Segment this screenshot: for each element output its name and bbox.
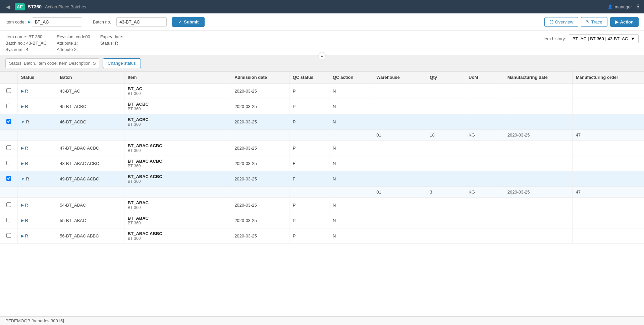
row-checkbox[interactable] (6, 218, 11, 222)
row-warehouse (373, 114, 426, 130)
user-name: manager (615, 4, 632, 9)
expand-icon[interactable]: ▶ (21, 146, 24, 150)
batch-no-input[interactable] (116, 17, 167, 26)
row-mfg-date (504, 228, 572, 244)
row-warehouse (373, 83, 426, 99)
detail-qc-action (329, 130, 373, 141)
row-mfg-order (572, 228, 644, 244)
row-item-name: BT_ABAC ACBC (128, 159, 227, 164)
detail-mfg-order: 47 (572, 130, 644, 141)
row-checkbox[interactable] (6, 88, 11, 93)
batch-no-value: 43-BT_AC (26, 41, 47, 46)
row-batch: 54-BT_ABAC (56, 198, 124, 213)
detail-qty: 3 (426, 187, 465, 198)
row-batch: 47-BT_ABAC ACBC (56, 141, 124, 156)
row-mfg-order (572, 156, 644, 171)
expand-icon[interactable]: ▶ (21, 104, 24, 109)
row-checkbox-cell[interactable] (0, 198, 17, 213)
back-button[interactable]: ◀ (4, 3, 12, 11)
expand-icon[interactable]: ▶ (21, 203, 24, 207)
submit-button[interactable]: ✓ Submit (172, 17, 205, 27)
trace-button[interactable]: ↻ Trace (581, 17, 607, 27)
row-status: R (25, 161, 28, 166)
row-checkbox-cell[interactable] (0, 114, 17, 130)
row-checkbox-cell[interactable] (0, 83, 17, 99)
history-dropdown[interactable]: BT_AC | BT 360 | 43-BT_AC ▼ (569, 34, 639, 43)
row-checkbox[interactable] (6, 104, 11, 108)
row-status: R (25, 203, 28, 208)
attribute1-label: Attribute 1: (57, 41, 78, 46)
row-qc-status: F (289, 156, 329, 171)
expand-icon[interactable]: ▶ (21, 218, 24, 223)
row-item-sub: BT 360 (128, 221, 227, 225)
item-name-row: Item name: BT 360 (5, 34, 47, 39)
row-checkbox-cell[interactable] (0, 213, 17, 228)
row-checkbox-cell[interactable] (0, 141, 17, 156)
sys-num-value: 4 (26, 47, 28, 52)
row-checkbox-cell[interactable] (0, 156, 17, 171)
toolbar: Item code: ▶ Batch no.: ✓ Submit ☷ Overv… (0, 13, 644, 31)
row-checkbox[interactable] (6, 202, 11, 207)
status-row: Status: R (100, 41, 142, 46)
row-status-cell: ▶ R (17, 99, 56, 114)
row-batch: 43-BT_AC (56, 83, 124, 99)
infobar-col-3: Expiry date: ------------ Status: R (100, 34, 142, 52)
row-item-name: BT_ABAC (128, 200, 227, 205)
row-item: BT_AC BT 360 (124, 83, 231, 99)
row-checkbox-cell[interactable] (0, 99, 17, 114)
row-item: BT_ACBC BT 360 (124, 99, 231, 114)
detail-item (124, 187, 231, 198)
row-admission-date: 2020-03-25 (231, 156, 289, 171)
submit-check-icon: ✓ (178, 19, 182, 24)
row-checkbox-cell[interactable] (0, 171, 17, 187)
collapse-icon[interactable]: ▼ (21, 177, 25, 181)
user-menu[interactable]: 👤 manager (607, 4, 632, 9)
detail-mfg-date: 2020-03-25 (504, 187, 572, 198)
expand-icon[interactable]: ▶ (21, 234, 24, 238)
row-checkbox-cell[interactable] (0, 228, 17, 244)
grid-icon[interactable]: ⠿ (636, 4, 640, 10)
table-row: ▶ R 47-BT_ABAC ACBC BT_ABAC ACBC BT 360 … (0, 141, 644, 156)
row-qc-status: P (289, 213, 329, 228)
filter-input[interactable] (5, 58, 99, 68)
row-item-name: BT_AC (128, 86, 227, 91)
row-checkbox[interactable] (6, 145, 11, 150)
detail-mfg-date: 2020-03-25 (504, 130, 572, 141)
action-button[interactable]: ▶ Action (610, 17, 639, 27)
row-checkbox[interactable] (6, 233, 11, 238)
row-qc-action: N (329, 213, 373, 228)
row-status: R (25, 146, 28, 151)
row-mfg-order (572, 83, 644, 99)
detail-batch (56, 130, 124, 141)
row-warehouse (373, 171, 426, 187)
row-checkbox[interactable] (6, 176, 11, 181)
item-code-input[interactable] (32, 17, 82, 26)
detail-status (17, 187, 56, 198)
infobar-col-2: Revision: code00 Attribute 1: Attribute … (57, 34, 90, 52)
row-status: R (25, 218, 28, 223)
attribute2-label: Attribute 2: (57, 47, 78, 52)
row-status-cell: ▶ R (17, 198, 56, 213)
collapse-icon[interactable]: ▼ (21, 120, 25, 124)
row-mfg-order (572, 198, 644, 213)
row-admission-date: 2020-03-25 (231, 99, 289, 114)
row-checkbox[interactable] (6, 161, 11, 165)
detail-date (231, 130, 289, 141)
col-mfg-date: Manufacturing date (504, 72, 572, 83)
expand-icon[interactable]: ▶ (21, 161, 24, 166)
change-status-button[interactable]: Change status (103, 58, 141, 68)
row-item-sub: BT 360 (128, 91, 227, 96)
row-item-name: BT_ABAC ACBC (128, 174, 227, 179)
collapse-button[interactable]: ▲ (318, 52, 326, 59)
app-logo: AE (15, 3, 25, 10)
col-status: Status (17, 72, 56, 83)
row-checkbox[interactable] (6, 119, 11, 124)
detail-qc-action (329, 187, 373, 198)
row-warehouse (373, 99, 426, 114)
row-status-cell: ▼ R (17, 114, 56, 130)
expand-icon[interactable]: ▶ (21, 89, 24, 93)
history-label: Item history: (542, 36, 566, 41)
overview-button[interactable]: ☷ Overview (544, 17, 578, 27)
row-item: BT_ABAC ACBC BT 360 (124, 156, 231, 171)
nav-right: 👤 manager ⠿ (607, 4, 640, 10)
